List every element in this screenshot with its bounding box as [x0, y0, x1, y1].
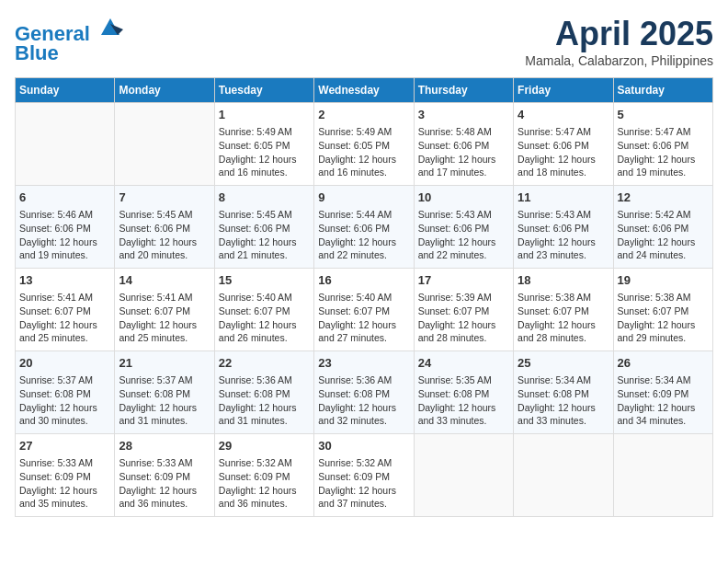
calendar-cell: 30Sunrise: 5:32 AMSunset: 6:09 PMDayligh…: [314, 434, 414, 517]
day-number: 2: [318, 107, 409, 123]
weekday-header-thursday: Thursday: [414, 78, 513, 103]
calendar-cell: 23Sunrise: 5:36 AMSunset: 6:08 PMDayligh…: [314, 351, 414, 434]
day-info-line: Sunrise: 5:38 AM: [618, 291, 709, 304]
day-info-line: Sunrise: 5:42 AM: [618, 208, 709, 222]
day-number: 9: [318, 190, 409, 206]
day-number: 12: [618, 190, 709, 206]
day-info-line: Sunset: 6:06 PM: [19, 222, 110, 236]
day-info-line: Daylight: 12 hours and 24 minutes.: [618, 236, 709, 262]
day-info-line: Sunrise: 5:33 AM: [19, 456, 110, 470]
calendar-cell: 17Sunrise: 5:39 AMSunset: 6:07 PMDayligh…: [414, 269, 513, 351]
day-number: 4: [518, 107, 609, 123]
day-number: 21: [119, 355, 210, 372]
day-info-line: Sunset: 6:09 PM: [618, 387, 709, 401]
day-info-line: Daylight: 12 hours and 28 minutes.: [418, 318, 509, 345]
calendar-cell: 2Sunrise: 5:49 AMSunset: 6:05 PMDaylight…: [314, 103, 414, 186]
day-info-line: Daylight: 12 hours and 16 minutes.: [318, 153, 409, 179]
calendar-week-3: 13Sunrise: 5:41 AMSunset: 6:07 PMDayligh…: [16, 269, 713, 351]
day-info-line: Sunrise: 5:45 AM: [119, 208, 210, 222]
day-number: 22: [219, 355, 310, 372]
page-header: General Blue April 2025 Mamala, Calabarz…: [15, 15, 713, 68]
calendar-cell: 13Sunrise: 5:41 AMSunset: 6:07 PMDayligh…: [16, 269, 115, 351]
calendar-cell: 21Sunrise: 5:37 AMSunset: 6:08 PMDayligh…: [115, 351, 214, 434]
calendar-cell: 9Sunrise: 5:44 AMSunset: 6:06 PMDaylight…: [314, 186, 414, 269]
day-number: 16: [318, 272, 409, 289]
day-info-line: Daylight: 12 hours and 19 minutes.: [19, 236, 110, 262]
day-info-line: Daylight: 12 hours and 36 minutes.: [219, 484, 310, 511]
day-info-line: Daylight: 12 hours and 33 minutes.: [518, 401, 609, 428]
location-title: Mamala, Calabarzon, Philippines: [525, 53, 713, 68]
day-number: 25: [518, 355, 609, 372]
day-info-line: Daylight: 12 hours and 20 minutes.: [119, 236, 210, 262]
day-number: 26: [618, 355, 709, 372]
weekday-header-monday: Monday: [115, 78, 214, 103]
day-number: 10: [418, 190, 509, 206]
day-info-line: Sunset: 6:09 PM: [219, 470, 310, 484]
day-info-line: Daylight: 12 hours and 22 minutes.: [418, 236, 509, 262]
day-info-line: Sunrise: 5:44 AM: [318, 208, 409, 222]
calendar-week-2: 6Sunrise: 5:46 AMSunset: 6:06 PMDaylight…: [16, 186, 713, 269]
month-title: April 2025: [525, 15, 713, 53]
day-info-line: Sunset: 6:07 PM: [418, 304, 509, 318]
day-info-line: Sunset: 6:07 PM: [518, 304, 609, 318]
calendar-cell: 20Sunrise: 5:37 AMSunset: 6:08 PMDayligh…: [16, 351, 115, 434]
calendar-cell: 25Sunrise: 5:34 AMSunset: 6:08 PMDayligh…: [514, 351, 613, 434]
day-info-line: Sunset: 6:05 PM: [219, 139, 310, 153]
day-info-line: Sunrise: 5:37 AM: [19, 373, 110, 387]
logo-icon: [97, 15, 123, 40]
day-number: 18: [518, 272, 609, 289]
day-info-line: Daylight: 12 hours and 35 minutes.: [19, 484, 110, 511]
day-info-line: Sunset: 6:06 PM: [618, 222, 709, 236]
day-info-line: Sunrise: 5:47 AM: [518, 125, 609, 139]
day-info-line: Sunrise: 5:49 AM: [219, 125, 310, 139]
day-info-line: Daylight: 12 hours and 34 minutes.: [618, 401, 709, 428]
day-info-line: Daylight: 12 hours and 27 minutes.: [318, 318, 409, 345]
weekday-header-row: SundayMondayTuesdayWednesdayThursdayFrid…: [16, 78, 713, 103]
day-info-line: Sunrise: 5:40 AM: [318, 291, 409, 304]
day-number: 27: [19, 438, 110, 454]
calendar-cell: [613, 434, 712, 517]
weekday-header-saturday: Saturday: [613, 78, 712, 103]
day-number: 23: [318, 355, 409, 372]
weekday-header-friday: Friday: [514, 78, 613, 103]
day-info-line: Sunset: 6:06 PM: [518, 222, 609, 236]
day-number: 17: [418, 272, 509, 289]
day-info-line: Daylight: 12 hours and 23 minutes.: [518, 236, 609, 262]
day-number: 3: [418, 107, 509, 123]
day-number: 11: [518, 190, 609, 206]
day-info-line: Sunrise: 5:48 AM: [418, 125, 509, 139]
day-info-line: Sunset: 6:08 PM: [219, 387, 310, 401]
weekday-header-sunday: Sunday: [16, 78, 115, 103]
day-number: 30: [318, 438, 409, 454]
calendar-week-1: 1Sunrise: 5:49 AMSunset: 6:05 PMDaylight…: [16, 103, 713, 186]
day-info-line: Daylight: 12 hours and 17 minutes.: [418, 153, 509, 179]
day-info-line: Sunset: 6:06 PM: [518, 139, 609, 153]
day-info-line: Sunset: 6:06 PM: [318, 222, 409, 236]
day-info-line: Daylight: 12 hours and 19 minutes.: [618, 153, 709, 179]
weekday-header-tuesday: Tuesday: [214, 78, 313, 103]
calendar-cell: 6Sunrise: 5:46 AMSunset: 6:06 PMDaylight…: [16, 186, 115, 269]
calendar-cell: [414, 434, 513, 517]
day-info-line: Daylight: 12 hours and 25 minutes.: [119, 318, 210, 345]
day-info-line: Daylight: 12 hours and 32 minutes.: [318, 401, 409, 428]
day-info-line: Sunrise: 5:43 AM: [418, 208, 509, 222]
calendar-cell: 11Sunrise: 5:43 AMSunset: 6:06 PMDayligh…: [514, 186, 613, 269]
day-info-line: Sunrise: 5:40 AM: [219, 291, 310, 304]
day-info-line: Sunrise: 5:47 AM: [618, 125, 709, 139]
day-number: 28: [119, 438, 210, 454]
day-info-line: Sunrise: 5:35 AM: [418, 373, 509, 387]
day-number: 5: [618, 107, 709, 123]
day-number: 8: [219, 190, 310, 206]
day-info-line: Sunrise: 5:41 AM: [19, 291, 110, 304]
calendar-week-5: 27Sunrise: 5:33 AMSunset: 6:09 PMDayligh…: [16, 434, 713, 517]
day-info-line: Sunset: 6:08 PM: [318, 387, 409, 401]
day-info-line: Sunrise: 5:36 AM: [219, 373, 310, 387]
day-info-line: Daylight: 12 hours and 36 minutes.: [119, 484, 210, 511]
calendar-cell: 15Sunrise: 5:40 AMSunset: 6:07 PMDayligh…: [214, 269, 313, 351]
day-info-line: Sunset: 6:08 PM: [119, 387, 210, 401]
day-info-line: Sunrise: 5:32 AM: [219, 456, 310, 470]
day-info-line: Sunrise: 5:46 AM: [19, 208, 110, 222]
day-info-line: Sunrise: 5:43 AM: [518, 208, 609, 222]
day-info-line: Sunset: 6:07 PM: [318, 304, 409, 318]
calendar-cell: 8Sunrise: 5:45 AMSunset: 6:06 PMDaylight…: [214, 186, 313, 269]
